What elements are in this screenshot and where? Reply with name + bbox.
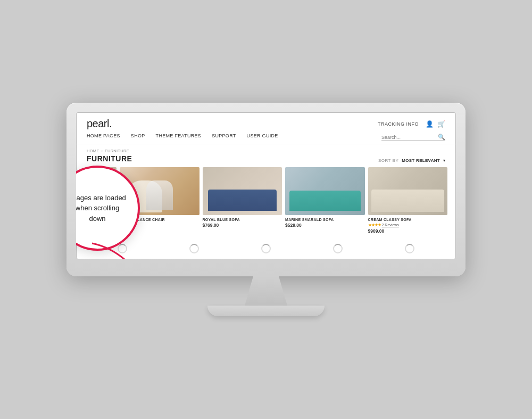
sort-dropdown-icon[interactable]: ▾ [443,158,445,163]
product-name-2: ROYAL BLUE SOFA [203,218,282,221]
product-name-4: CREAM CLASSY SOFA [368,218,448,221]
product-card-3[interactable]: MARINE SMARALD SOFA $529.00 [285,167,365,234]
search-bar[interactable]: 🔍 [381,134,445,141]
top-icons: 👤 🛒 [425,120,445,128]
product-image-2 [203,167,282,215]
top-bar: pearl. TRACKING INFO 👤 🛒 [87,118,445,130]
page-top: HOME › FURNITURE FURNITURE SORT BY MOST … [76,144,456,165]
nav-home-pages[interactable]: HOME PAGES [87,133,120,138]
monitor: Images are loaded when scrolling down pe… [66,103,466,276]
monitor-stand-base [207,306,325,316]
breadcrumb-section: HOME › FURNITURE FURNITURE [87,149,132,163]
tracking-info-label[interactable]: TRACKING INFO [378,121,419,127]
site-header: pearl. TRACKING INFO 👤 🛒 HOME PAGES SHOP… [76,112,456,144]
spinner-3 [261,243,271,254]
spinner-2 [189,243,200,254]
spinner-4 [332,243,343,254]
stars-icon-4: ★★★★ [368,223,381,227]
breadcrumb-current: FURNITURE [105,149,129,153]
reviews-link-4[interactable]: 2 Reviews [382,223,399,227]
user-icon[interactable]: 👤 [425,120,434,128]
product-name-3: MARINE SMARALD SOFA [285,218,365,221]
product-card-4[interactable]: CREAM CLASSY SOFA ★★★★ 2 Reviews $909.00 [368,167,448,234]
product-image-4 [368,167,448,215]
nav-support[interactable]: SUPPORT [212,133,236,138]
product-stars-4: ★★★★ 2 Reviews [368,223,448,227]
site-logo: pearl. [87,118,112,130]
product-price-2: $769.00 [203,223,282,228]
sort-value: MOST RELEVANT [402,158,440,163]
nav-theme-features[interactable]: THEME FEATURES [156,133,202,138]
site-nav: HOME PAGES SHOP THEME FEATURES SUPPORT U… [87,133,278,142]
search-input[interactable] [381,135,438,140]
search-icon[interactable]: 🔍 [438,134,445,141]
top-right: TRACKING INFO 👤 🛒 [378,120,445,128]
product-price-3: $529.00 [285,223,365,228]
cart-icon[interactable]: 🛒 [437,120,445,128]
spinner-5 [404,243,415,254]
breadcrumb-home[interactable]: HOME [87,149,99,153]
breadcrumb: HOME › FURNITURE [87,149,132,153]
product-card-2[interactable]: ROYAL BLUE SOFA $769.00 [203,167,282,234]
breadcrumb-sep: › [102,149,103,153]
sort-label: SORT BY [378,158,398,163]
monitor-stand-neck [245,276,287,306]
callout-arrow [87,238,151,259]
callout-container: Images are loaded when scrolling down [76,166,140,251]
page-title: FURNITURE [87,154,132,163]
nav-shop[interactable]: SHOP [131,133,145,138]
monitor-screen: Images are loaded when scrolling down pe… [76,112,456,259]
product-image-3 [285,167,365,215]
nav-user-guide[interactable]: USER GUIDE [247,133,278,138]
callout-text: Images are loaded when scrolling down [76,193,127,224]
product-price-4: $909.00 [368,228,448,234]
sort-bar[interactable]: SORT BY MOST RELEVANT ▾ [378,158,445,163]
scene: Images are loaded when scrolling down pe… [0,0,532,419]
